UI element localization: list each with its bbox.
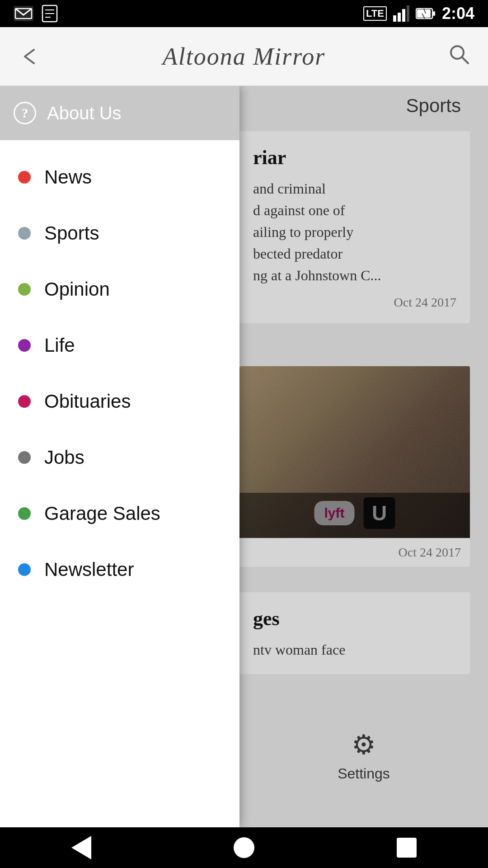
article2-date: Oct 24 2017 [239, 538, 470, 567]
article1-text: and criminald against one ofailing to pr… [253, 178, 456, 286]
svg-rect-7 [398, 13, 401, 22]
help-icon: ? [14, 102, 36, 124]
article1-title: riar [253, 145, 456, 170]
opinion-dot [18, 283, 31, 296]
jobs-dot [18, 451, 31, 464]
sports-label: Sports [406, 95, 461, 117]
article3-title: ges [253, 606, 456, 632]
home-nav-button[interactable] [234, 837, 254, 858]
sports-label-menu: Sports [44, 222, 99, 244]
recents-square-icon [397, 838, 417, 858]
back-button[interactable] [18, 45, 41, 68]
about-us-label: About Us [47, 103, 122, 123]
menu-item-obituaries[interactable]: Obituaries [0, 373, 239, 429]
svg-rect-17 [239, 366, 470, 538]
app-title: Altoona Mirror [163, 42, 326, 71]
menu-item-sports[interactable]: Sports [0, 205, 239, 261]
menu-list: News Sports Opinion Life Obituaries Jobs [0, 140, 239, 607]
menu-item-opinion[interactable]: Opinion [0, 261, 239, 317]
gmail-icon [14, 6, 33, 21]
settings-gear-icon: ⚙ [352, 729, 376, 761]
search-button[interactable] [447, 42, 470, 70]
svg-rect-9 [407, 5, 409, 22]
status-time: 2:04 [442, 4, 474, 23]
status-bar: LTE 2:04 [0, 0, 488, 27]
article3-text: ntv woman face [253, 639, 456, 660]
drawer-header[interactable]: ? About Us [0, 86, 239, 140]
status-right-icons: LTE 2:04 [363, 4, 474, 23]
svg-rect-6 [393, 15, 396, 22]
newsletter-dot [18, 563, 31, 576]
signal-icon [393, 5, 409, 22]
article2-image: lyft U [239, 366, 470, 538]
battery-icon [416, 7, 436, 20]
obituaries-dot [18, 395, 31, 408]
garage-sales-dot [18, 507, 31, 520]
status-left-icons [14, 5, 58, 23]
background-article-1: riar and criminald against one ofailing … [239, 131, 470, 323]
main-content: Sports riar and criminald against one of… [0, 86, 488, 827]
menu-item-life[interactable]: Life [0, 317, 239, 373]
background-article-3: ges ntv woman face [239, 592, 470, 674]
menu-item-garage-sales[interactable]: Garage Sales [0, 486, 239, 542]
navigation-drawer: ? About Us News Sports Opinion Life [0, 86, 239, 827]
background-article-2: lyft U Oct 24 2017 [239, 366, 470, 567]
menu-item-news[interactable]: News [0, 149, 239, 205]
settings-area[interactable]: ⚙ Settings [239, 729, 488, 782]
newsletter-label: Newsletter [44, 559, 134, 580]
settings-label: Settings [338, 765, 390, 782]
news-label: News [44, 166, 92, 188]
svg-rect-8 [402, 9, 405, 22]
bottom-navigation [0, 827, 488, 868]
app-header: Altoona Mirror [0, 27, 488, 86]
recents-nav-button[interactable] [397, 838, 417, 858]
svg-line-16 [462, 57, 468, 63]
sports-dot [18, 227, 31, 240]
lte-badge: LTE [363, 6, 387, 21]
news-dot [18, 171, 31, 184]
life-dot [18, 339, 31, 352]
lyft-sticker: lyft [314, 501, 355, 525]
menu-item-newsletter[interactable]: Newsletter [0, 542, 239, 598]
menu-item-jobs[interactable]: Jobs [0, 429, 239, 486]
garage-sales-label: Garage Sales [44, 503, 160, 524]
article1-date: Oct 24 2017 [253, 295, 456, 310]
memo-icon [42, 5, 58, 23]
back-nav-button[interactable] [71, 836, 91, 859]
life-label: Life [44, 335, 75, 356]
opinion-label: Opinion [44, 278, 110, 300]
back-triangle-icon [71, 836, 91, 859]
svg-rect-11 [433, 11, 435, 16]
home-circle-icon [234, 837, 254, 858]
uber-sticker: U [364, 497, 395, 529]
jobs-label: Jobs [44, 447, 84, 468]
obituaries-label: Obituaries [44, 391, 131, 412]
